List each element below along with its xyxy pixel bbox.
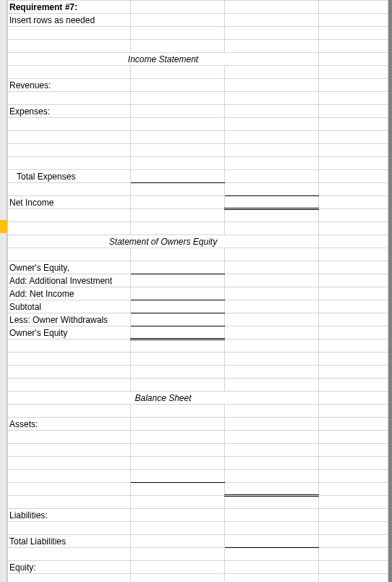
cell[interactable] <box>225 300 319 313</box>
cell-expenses-label[interactable]: Expenses: <box>8 105 131 118</box>
cell-oe-add-inv[interactable]: Add: Additional Investment <box>8 274 131 287</box>
cell[interactable] <box>131 196 225 209</box>
cell[interactable] <box>319 79 388 92</box>
row-oe-add-ni: Add: Net Income <box>8 287 388 300</box>
cell-oe-closing[interactable]: Owner's Equity <box>8 326 131 340</box>
cell-oe-less[interactable]: Less: Owner Withdrawals <box>8 313 131 326</box>
cell[interactable] <box>225 274 319 287</box>
cell[interactable] <box>131 509 225 522</box>
cell[interactable] <box>225 1 319 14</box>
cell[interactable] <box>131 300 225 313</box>
row-blank <box>8 405 388 418</box>
cell-revenues-label[interactable]: Revenues: <box>8 79 131 92</box>
cell[interactable] <box>131 287 225 300</box>
cell[interactable] <box>131 274 225 287</box>
cell[interactable] <box>225 261 319 274</box>
cell[interactable] <box>319 235 388 248</box>
cell[interactable] <box>131 483 225 496</box>
cell[interactable] <box>319 261 388 274</box>
cell[interactable] <box>319 1 388 14</box>
cell[interactable] <box>225 470 319 483</box>
cell[interactable] <box>319 287 388 300</box>
cell[interactable] <box>131 14 225 27</box>
row-blank <box>8 248 388 261</box>
cell[interactable] <box>225 483 319 496</box>
row-blank <box>8 353 388 366</box>
cell[interactable] <box>319 483 388 496</box>
cell[interactable] <box>131 1 225 14</box>
row-instruction: Insert rows as needed <box>8 14 388 27</box>
cell[interactable] <box>8 470 131 483</box>
cell[interactable] <box>225 170 319 183</box>
cell[interactable] <box>131 313 225 326</box>
row-blank <box>8 118 388 131</box>
cell[interactable] <box>131 79 225 92</box>
cell-bs-title[interactable]: Balance Sheet <box>8 392 319 405</box>
cell[interactable] <box>319 470 388 483</box>
cell[interactable] <box>225 14 319 27</box>
cell[interactable] <box>319 535 388 548</box>
cell[interactable] <box>225 561 319 574</box>
row-blank <box>8 209 388 222</box>
cell[interactable] <box>319 14 388 27</box>
row-blank <box>8 574 388 583</box>
row-blank <box>8 27 388 40</box>
cell-net-income-c[interactable] <box>225 196 319 209</box>
cell-equity-label[interactable]: Equity: <box>8 561 131 574</box>
cell[interactable] <box>131 418 225 431</box>
cell[interactable] <box>225 418 319 431</box>
cell-oe-opening[interactable]: Owner's Equity, <box>8 261 131 274</box>
cell-assets-label[interactable]: Assets: <box>8 418 131 431</box>
cell[interactable] <box>319 105 388 118</box>
cell[interactable] <box>225 313 319 326</box>
cell[interactable] <box>225 535 319 548</box>
cell[interactable] <box>319 313 388 326</box>
worksheet-grid[interactable]: Requirement #7: Insert rows as needed In… <box>7 0 388 582</box>
cell[interactable] <box>319 392 388 405</box>
row-asset-total <box>8 483 388 496</box>
cell-req-label[interactable]: Requirement #7: <box>8 1 131 14</box>
cell[interactable] <box>319 509 388 522</box>
cell-income-title[interactable]: Income Statement <box>8 53 319 66</box>
cell[interactable] <box>319 196 388 209</box>
row-total-expenses: Total Expenses <box>8 170 388 183</box>
cell[interactable] <box>225 326 319 340</box>
cell[interactable] <box>131 561 225 574</box>
cell-liabilities-label[interactable]: Liabilities: <box>8 509 131 522</box>
cell[interactable] <box>319 274 388 287</box>
cell[interactable] <box>225 287 319 300</box>
row-blank <box>8 340 388 353</box>
row-total-liabilities: Total Liabilities <box>8 535 388 548</box>
row-assets: Assets: <box>8 418 388 431</box>
row-oe-title: Statement of Owners Equity <box>8 235 388 248</box>
cell-total-liab-label[interactable]: Total Liabilities <box>8 535 131 548</box>
cell-oe-title[interactable]: Statement of Owners Equity <box>8 235 319 248</box>
cell[interactable] <box>225 79 319 92</box>
row-blank <box>8 92 388 105</box>
row-blank <box>8 431 388 444</box>
cell[interactable] <box>319 53 388 66</box>
cell[interactable] <box>131 326 225 340</box>
row-blank <box>8 366 388 379</box>
cell[interactable] <box>225 105 319 118</box>
cell[interactable] <box>319 418 388 431</box>
cell[interactable] <box>131 470 225 483</box>
cell-total-expenses-b[interactable] <box>131 170 225 183</box>
cell[interactable] <box>131 261 225 274</box>
cell[interactable] <box>319 561 388 574</box>
cell[interactable] <box>131 105 225 118</box>
cell-oe-add-ni[interactable]: Add: Net Income <box>8 287 131 300</box>
cell[interactable] <box>225 509 319 522</box>
cell[interactable] <box>319 326 388 340</box>
row-net-income: Net Income <box>8 196 388 209</box>
cell[interactable] <box>319 300 388 313</box>
cell-net-income-label[interactable]: Net Income <box>8 196 131 209</box>
row-bs-title: Balance Sheet <box>8 392 388 405</box>
row-blank <box>8 40 388 53</box>
cell[interactable] <box>131 535 225 548</box>
cell-req-instruction[interactable]: Insert rows as needed <box>8 14 131 27</box>
cell-total-expenses-label[interactable]: Total Expenses <box>8 170 131 183</box>
cell-oe-subtotal[interactable]: Subtotal <box>8 300 131 313</box>
cell[interactable] <box>8 483 131 496</box>
cell[interactable] <box>319 170 388 183</box>
